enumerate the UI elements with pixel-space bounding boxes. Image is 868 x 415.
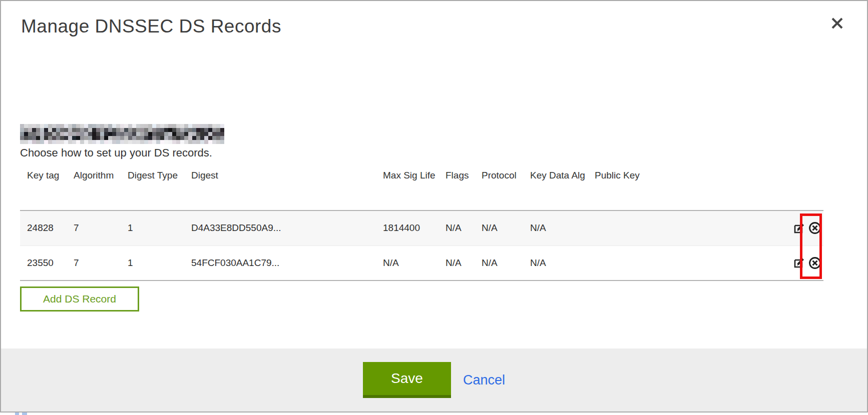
pixel-block xyxy=(112,132,116,136)
pixel-block xyxy=(56,132,60,136)
pixel-block xyxy=(188,124,192,128)
pixel-block xyxy=(104,124,108,128)
table-cell: 7 xyxy=(67,246,121,280)
pixel-block xyxy=(20,128,24,132)
dialog-title: Manage DNSSEC DS Records xyxy=(21,16,281,37)
dialog-footer: Save Cancel xyxy=(1,348,867,412)
pixel-block xyxy=(40,124,44,128)
pixel-block xyxy=(96,132,100,136)
pixel-block xyxy=(192,140,196,144)
pixel-block xyxy=(180,136,184,140)
pixel-block xyxy=(160,136,164,140)
pixel-block xyxy=(188,128,192,132)
pixel-block xyxy=(44,124,48,128)
close-icon[interactable] xyxy=(826,12,848,34)
pixel-block xyxy=(176,124,180,128)
pixel-block xyxy=(28,132,32,136)
pixel-block xyxy=(84,132,88,136)
pixel-block xyxy=(168,128,172,132)
pixel-block xyxy=(168,136,172,140)
table-cell: 54FCF030AA1C79... xyxy=(184,246,376,280)
pixel-block xyxy=(40,132,44,136)
pixel-block xyxy=(160,132,164,136)
pixel-block xyxy=(44,136,48,140)
pixel-block xyxy=(192,132,196,136)
pixel-block xyxy=(144,136,148,140)
pixel-block xyxy=(28,140,32,144)
pixel-block xyxy=(108,128,112,132)
delete-icon[interactable] xyxy=(808,222,821,234)
column-header: Algorithm xyxy=(67,166,121,210)
pixel-block xyxy=(220,136,224,140)
pixel-block xyxy=(188,136,192,140)
pixel-block xyxy=(200,128,204,132)
pixel-block xyxy=(176,132,180,136)
pixel-block xyxy=(184,128,188,132)
pixel-block xyxy=(152,140,156,144)
pixel-block xyxy=(140,128,144,132)
cancel-link[interactable]: Cancel xyxy=(463,372,505,388)
pixel-block xyxy=(28,128,32,132)
pixel-block xyxy=(216,124,220,128)
pixel-block xyxy=(148,124,152,128)
pixel-block xyxy=(136,136,140,140)
pixel-block xyxy=(32,132,36,136)
pixel-block xyxy=(160,124,164,128)
table-cell: 23550 xyxy=(20,246,67,280)
pixel-block xyxy=(136,128,140,132)
pixel-block xyxy=(92,124,96,128)
pixel-block xyxy=(112,140,116,144)
pixel-block xyxy=(80,140,84,144)
add-ds-record-button[interactable]: Add DS Record xyxy=(20,286,139,312)
pixel-block xyxy=(80,132,84,136)
pixel-block xyxy=(72,140,76,144)
pixel-block xyxy=(156,140,160,144)
pixel-block xyxy=(100,124,104,128)
edit-icon[interactable] xyxy=(793,256,805,269)
pixel-block xyxy=(160,128,164,132)
pixel-block xyxy=(196,128,200,132)
pixel-block xyxy=(76,140,80,144)
pixel-block xyxy=(144,128,148,132)
pixel-block xyxy=(100,140,104,144)
pixel-block xyxy=(92,140,96,144)
pixel-block xyxy=(164,140,168,144)
pixel-block xyxy=(216,140,220,144)
pixel-block xyxy=(132,124,136,128)
pixel-block xyxy=(200,136,204,140)
pixel-block xyxy=(108,124,112,128)
pixel-block xyxy=(68,136,72,140)
table-row: 235507154FCF030AA1C79...N/AN/AN/AN/A xyxy=(20,246,823,280)
pixel-block xyxy=(76,136,80,140)
delete-icon[interactable] xyxy=(808,256,821,270)
pixel-block xyxy=(120,124,124,128)
pixel-block xyxy=(212,132,216,136)
pixel-block xyxy=(84,128,88,132)
pixel-block xyxy=(64,132,68,136)
pixel-block xyxy=(116,136,120,140)
pixel-block xyxy=(36,124,40,128)
pixel-block xyxy=(72,124,76,128)
table-cell: 1814400 xyxy=(376,210,439,246)
pixel-block xyxy=(32,136,36,140)
edit-icon[interactable] xyxy=(793,222,805,234)
domain-name-redacted xyxy=(20,124,224,144)
pixel-block xyxy=(80,136,84,140)
pixel-block xyxy=(124,140,128,144)
pixel-block xyxy=(176,128,180,132)
pixel-block xyxy=(32,124,36,128)
pixel-block xyxy=(48,140,52,144)
pixel-block xyxy=(176,136,180,140)
pixel-block xyxy=(180,140,184,144)
pixel-block xyxy=(192,128,196,132)
pixel-block xyxy=(204,124,208,128)
pixel-block xyxy=(164,136,168,140)
pixel-block xyxy=(116,132,120,136)
table-cell: N/A xyxy=(523,210,588,246)
pixel-block xyxy=(60,140,64,144)
pixel-block xyxy=(164,124,168,128)
save-button[interactable]: Save xyxy=(363,362,451,398)
pixel-block xyxy=(200,124,204,128)
pixel-block xyxy=(68,140,72,144)
pixel-block xyxy=(52,140,56,144)
